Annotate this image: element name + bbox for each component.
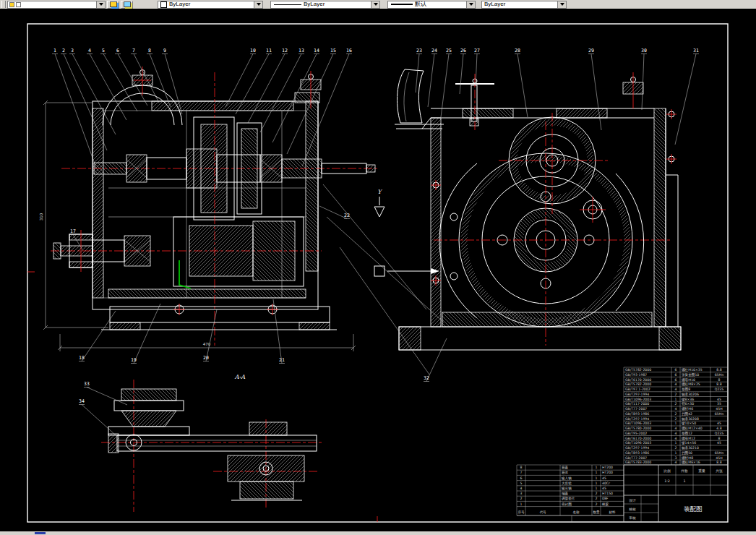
cad-window: ByLayer ByLayer 默认 ByLayer [0,0,756,535]
bom-cell: GB/T1096-2003 [625,398,651,401]
callout-31: 31 [693,48,699,54]
chevron-down-icon[interactable] [466,1,475,8]
chevron-down-icon[interactable] [557,1,566,8]
svg-text:件数: 件数 [680,469,688,473]
bom-cell: 4.8 [716,427,721,430]
callout-17: 17 [70,228,76,234]
bom-cell: 45 [602,476,606,480]
bom-cell: 螺钉M8 [682,455,693,460]
bom-cell: 4 [675,382,677,386]
color-dropdown[interactable]: ByLayer [158,1,263,9]
bom-cell: GB/T117-2000 [625,402,649,406]
bom-header: 名称 [572,510,580,514]
callout-11: 11 [266,48,272,54]
bom-cell: 40Cr [602,482,610,485]
plotstyle-value: ByLayer [482,1,505,8]
bom-cell: 1 [520,502,523,506]
bom-cell: 1 [675,441,677,445]
bom-cell: 3 [520,492,523,495]
bom-cell: GB/T297-1994 [625,446,649,450]
toolbar-grip[interactable] [1,1,6,8]
bom-cell: GB/T1096-2003 [625,421,651,425]
bom-cell: 螺钉M6 [682,406,693,411]
bom-cell: GB/T1096-2003 [625,441,651,445]
bom-cell: GB/T97.1-2002 [625,388,650,391]
callout-29: 29 [588,48,594,54]
make-object-layer-current-button[interactable] [107,1,119,9]
drawing-canvas[interactable]: Y A-A [0,0,756,535]
bom-cell: 4 [675,407,677,411]
linetype-value: ByLayer [301,1,325,8]
svg-text:重量: 重量 [698,468,705,473]
layer-color-icon [16,2,21,7]
toolbar: ByLayer ByLayer 默认 ByLayer [0,0,756,9]
bom-cell: HT150 [602,492,613,495]
chevron-down-icon[interactable] [254,1,262,8]
callout-15: 15 [330,48,336,54]
bom-cell: 6 [675,378,677,382]
callout-34: 34 [79,398,85,404]
bom-cell: 8 [718,437,721,440]
bom-cell: Q235 [715,388,723,391]
bom-cell: 1 [596,476,598,480]
bom-cell: 弹簧垫圈10 [682,372,699,377]
callout-30: 30 [641,48,647,54]
bom-cell: 螺母M10 [682,377,695,382]
bom-cell: 5 [520,482,523,485]
chevron-down-icon[interactable] [371,1,379,8]
svg-text:1:2: 1:2 [664,479,670,483]
bom-cell: GB/T893-1986 [625,451,649,455]
dim-overall-height: 310 [39,213,43,221]
linetype-dropdown[interactable]: ByLayer [270,1,380,9]
bom-cell: GB/T93-1987 [625,373,647,377]
bom-cell: 4 [675,388,677,391]
svg-text:校核: 校核 [628,508,636,511]
lineweight-dropdown[interactable]: 默认 [387,1,476,9]
callout-2: 2 [62,48,65,54]
status-bar [0,531,756,535]
layer-previous-button[interactable] [121,1,133,9]
color-swatch-icon [160,1,167,8]
callout-16: 16 [346,48,352,54]
callout-1: 1 [53,48,56,54]
bom-cell: 4 [675,437,677,440]
bom-cell: GB/T77-2007 [625,407,647,411]
callout-33: 33 [84,381,90,387]
bom-cell: 2 [675,393,677,396]
plotstyle-dropdown[interactable]: ByLayer [481,1,567,9]
bom-cell: 65Mn [715,451,724,455]
layer-previous-icon [124,1,131,7]
callout-21: 21 [279,357,285,363]
bom-cell: 45H [716,407,722,411]
bom-cell: 65Mn [715,373,724,377]
bom-cell: GB/T893-1986 [625,412,649,416]
callout-19: 19 [131,357,137,363]
callout-12: 12 [282,48,288,54]
svg-text:1: 1 [683,479,685,483]
bom-cell: GB/T5782-2000 [625,382,651,386]
bom-cell: 08F [602,497,609,500]
callout-22: 22 [344,213,350,218]
bom-cell: GB/T95-2002 [625,432,647,435]
bom-cell: HT200 [602,471,613,474]
bom-cell: 6 [675,368,677,372]
callout-14: 14 [314,48,319,54]
bom-cell: 箱盖 [562,465,569,470]
callout-27: 27 [474,48,480,54]
bom-cell: 8.8 [716,461,721,464]
layer-dropdown[interactable] [7,1,106,9]
bom-cell: 螺栓M12×40 [682,426,703,431]
bom-cell: 45 [717,398,721,401]
bom-cell: 2 [675,402,677,406]
callout-10: 10 [250,48,256,54]
callout-5: 5 [102,48,105,54]
bom-cell: 螺栓M6×16 [682,460,700,465]
bom-cell: 螺栓M10×35 [682,367,703,372]
linetype-sample-icon [274,4,301,5]
bom-cell: 4 [520,487,523,490]
bom-cell: GB/T297-1994 [625,417,649,421]
chevron-down-icon[interactable] [96,1,105,8]
lineweight-value: 默认 [413,1,426,8]
bom-cell: 6 [520,476,523,480]
bom-cell: 2 [675,412,677,416]
